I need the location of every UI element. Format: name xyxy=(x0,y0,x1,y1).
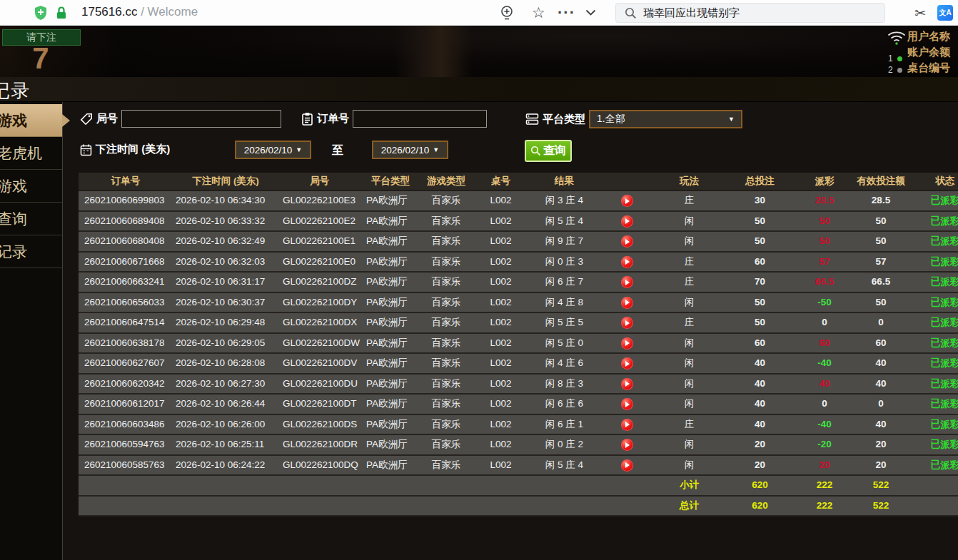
cell-game: 百家乐 xyxy=(420,293,472,312)
play-video-button[interactable] xyxy=(621,317,633,329)
date-from-value: 2026/02/10 xyxy=(244,145,293,156)
play-video-button[interactable] xyxy=(621,459,633,472)
date-to-select[interactable]: 2026/02/10 ▼ xyxy=(372,141,448,159)
cell-valid_bet: 20 xyxy=(852,456,909,475)
date-from-select[interactable]: 2026/02/10 ▼ xyxy=(235,141,311,159)
cell-total_bet: 30 xyxy=(723,191,797,210)
play-video-button[interactable] xyxy=(621,378,633,390)
play-video-button[interactable] xyxy=(621,297,633,309)
shield-plus-icon[interactable] xyxy=(34,5,48,24)
countdown-timer: 7 xyxy=(0,41,81,76)
cell-payout: 50 xyxy=(797,232,852,251)
cell-order: 260210060663241 xyxy=(79,273,173,292)
cell-platform: PA欧洲厅 xyxy=(360,456,420,475)
cell-round: GL002262100DZ xyxy=(278,273,360,292)
play-video-button[interactable] xyxy=(621,256,633,268)
cell-platform: PA欧洲厅 xyxy=(360,212,420,231)
cell-payout: -40 xyxy=(797,354,852,373)
screen: 175616.cc / Welcome ☆ ··· 瑞幸回应出现错别字 ✂ 文A… xyxy=(0,0,958,560)
cell-total_bet: 620 xyxy=(723,497,797,516)
cell-play xyxy=(599,273,655,292)
cell-time: 2026-02-10 06:29:05 xyxy=(173,334,278,353)
cell-table_no: L002 xyxy=(472,293,530,312)
platform-filter-group: 平台类型 1.全部 ▼ xyxy=(525,110,742,128)
play-video-button[interactable] xyxy=(621,215,633,228)
platform-type-select[interactable]: 1.全部 ▼ xyxy=(589,110,742,128)
sidebar-item[interactable]: 查询 xyxy=(0,203,62,235)
cell-game: 百家乐 xyxy=(420,415,472,434)
play-video-button[interactable] xyxy=(621,439,633,451)
cell-order: 260210060680408 xyxy=(79,232,173,251)
cell-game xyxy=(420,497,472,516)
cell-result: 闲 5 庄 0 xyxy=(530,334,599,353)
cell-game: 百家乐 xyxy=(420,435,472,454)
cell-order: 260210060656033 xyxy=(79,293,173,312)
cell-play xyxy=(599,191,655,210)
cell-order xyxy=(79,497,173,516)
cell-total_bet: 70 xyxy=(723,273,797,292)
translate-icon[interactable]: 文A xyxy=(937,5,953,21)
order-number-input[interactable] xyxy=(353,110,487,128)
play-icon xyxy=(625,361,630,367)
table-body: 2602100606998032026-02-10 06:34:30GL0022… xyxy=(79,191,958,516)
cell-time: 2026-02-10 06:31:17 xyxy=(173,273,278,292)
cell-result: 闲 9 庄 7 xyxy=(530,232,599,251)
tag-icon xyxy=(80,113,93,126)
cell-valid_bet: 522 xyxy=(852,497,909,516)
table-header-row: 订单号下注时间 (美东)局号平台类型游戏类型桌号结果玩法总投注派彩有效投注额状态 xyxy=(79,173,958,191)
clipboard-icon xyxy=(301,112,313,126)
sidebar-item-label: 游戏 xyxy=(0,104,27,137)
browser-search-box[interactable]: 瑞幸回应出现错别字 xyxy=(615,3,885,23)
platform-list-icon xyxy=(525,113,539,126)
sidebar-item[interactable]: 记录 xyxy=(0,235,62,268)
query-button[interactable]: 查询 xyxy=(525,140,572,162)
cell-total_bet: 50 xyxy=(723,232,797,251)
cell-table_no: L002 xyxy=(472,334,530,353)
cell-valid_bet: 66.5 xyxy=(852,273,909,292)
column-header-round: 局号 xyxy=(278,173,360,190)
play-icon xyxy=(625,259,630,265)
cell-table_no: L002 xyxy=(472,435,530,454)
cell-game: 百家乐 xyxy=(420,456,472,475)
cell-status: 已派彩 xyxy=(909,313,958,332)
sidebar-item[interactable]: 游戏 xyxy=(0,170,62,203)
column-header-time: 下注时间 (美东) xyxy=(173,173,278,190)
table-row: 2602100606276072026-02-10 06:28:08GL0022… xyxy=(79,354,958,375)
more-options-icon[interactable]: ··· xyxy=(558,0,575,26)
round-filter-group: 局号 xyxy=(80,110,281,128)
play-video-button[interactable] xyxy=(621,337,633,350)
url-host: 175616.cc xyxy=(81,5,137,19)
play-icon xyxy=(625,218,630,224)
cell-time: 2026-02-10 06:30:37 xyxy=(173,293,278,312)
cell-table_no: L002 xyxy=(472,375,530,394)
sidebar-item-active[interactable]: 游戏 xyxy=(0,104,62,137)
play-video-button[interactable] xyxy=(621,357,633,370)
play-video-button[interactable] xyxy=(621,235,633,248)
calendar-icon xyxy=(80,143,92,156)
favorite-star-icon[interactable]: ☆ xyxy=(532,0,545,26)
cell-total_bet: 620 xyxy=(723,476,797,495)
scissors-icon[interactable]: ✂ xyxy=(914,0,926,26)
cell-table_no: L002 xyxy=(472,394,530,414)
address-bar-url[interactable]: 175616.cc / Welcome xyxy=(81,5,198,19)
cell-time: 2026-02-10 06:25:11 xyxy=(173,435,278,454)
cell-order: 260210060603486 xyxy=(79,415,173,434)
play-video-button[interactable] xyxy=(621,398,633,410)
play-icon xyxy=(625,381,630,387)
play-video-button[interactable] xyxy=(621,419,633,431)
play-video-button[interactable] xyxy=(621,195,633,207)
cell-valid_bet: 50 xyxy=(852,232,909,251)
cell-round: GL002262100DV xyxy=(278,354,360,373)
cell-total_bet: 50 xyxy=(723,313,797,332)
cell-status: 已派彩 xyxy=(909,232,958,251)
column-header-game: 游戏类型 xyxy=(420,173,472,190)
cell-game: 百家乐 xyxy=(420,375,472,394)
chevron-down-icon[interactable] xyxy=(585,0,596,26)
cell-time: 2026-02-10 06:28:08 xyxy=(173,354,278,373)
play-video-button[interactable] xyxy=(621,276,633,288)
play-icon xyxy=(625,280,630,285)
sidebar-item[interactable]: 老虎机 xyxy=(0,137,62,170)
circled-plus-icon[interactable] xyxy=(500,0,514,26)
round-number-input[interactable] xyxy=(121,110,281,128)
order-filter-label: 订单号 xyxy=(317,112,349,126)
